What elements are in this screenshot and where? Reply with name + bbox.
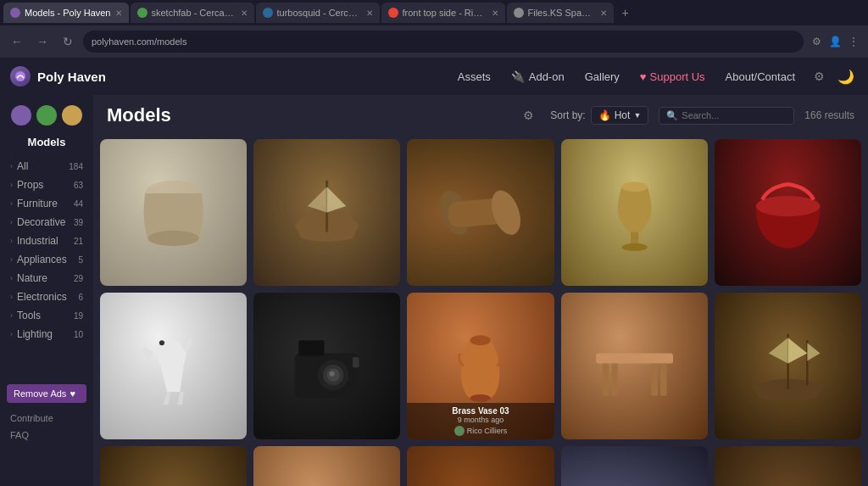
tab-turbosquid[interactable]: turbosquid - Cerca con... ✕ <box>256 3 380 23</box>
search-input[interactable] <box>682 110 783 120</box>
model-item-bowl[interactable] <box>715 139 861 286</box>
model-item-small-ship[interactable] <box>100 446 247 486</box>
tab-file[interactable]: Files.KS Spacecr... ✕ <box>507 3 614 23</box>
models-grid: Brass Vase 03 9 months ago Rico Cilliers <box>100 139 861 486</box>
addon-label: Add-on <box>529 70 565 83</box>
tab-close[interactable]: ✕ <box>600 8 607 18</box>
nav-about[interactable]: About/Contact <box>717 67 804 87</box>
model-item-cafe-table[interactable] <box>253 446 400 486</box>
contribute-link[interactable]: Contribute <box>0 410 93 427</box>
svg-rect-13 <box>298 340 324 355</box>
tab-close[interactable]: ✕ <box>241 8 248 18</box>
tab-google[interactable]: front top side - Ricerca... ✕ <box>381 3 505 23</box>
tab-close[interactable]: ✕ <box>366 8 373 18</box>
content-area: Models ⚙ Sort by: 🔥 Hot ▼ 🔍 166 results <box>93 95 868 486</box>
back-button[interactable]: ← <box>7 31 27 52</box>
sidebar-item-label: Furniture <box>17 198 58 209</box>
browser-chrome: Models - Poly Haven ✕ sketchfab - Cerca … <box>0 0 868 58</box>
theme-toggle[interactable]: 🌙 <box>834 64 858 88</box>
settings-icon[interactable]: ⚙ <box>807 64 831 88</box>
model-item-log[interactable] <box>407 139 554 286</box>
sidebar-item-tools[interactable]: › Tools 19 <box>0 306 93 325</box>
sidebar-item-label: Props <box>17 179 43 191</box>
svg-point-8 <box>621 243 647 251</box>
chevron-icon: › <box>10 293 13 301</box>
svg-rect-22 <box>602 364 609 396</box>
svg-point-19 <box>470 335 491 345</box>
model-item-barrel[interactable] <box>407 446 554 486</box>
model-item-extra[interactable] <box>715 446 861 486</box>
item-overlay: Brass Vase 03 9 months ago Rico Cilliers <box>407 403 554 439</box>
sidebar-item-lighting[interactable]: › Lighting 10 <box>0 325 93 344</box>
tab-bar: Models - Poly Haven ✕ sketchfab - Cerca … <box>0 0 868 25</box>
count-badge: 21 <box>74 237 83 246</box>
faq-link[interactable]: FAQ <box>0 427 93 444</box>
sidebar-item-label: Decorative <box>17 216 65 228</box>
model-item-camera[interactable] <box>253 293 400 439</box>
model-item-horse[interactable] <box>100 293 247 439</box>
filter-settings-icon[interactable]: ⚙ <box>516 103 540 127</box>
model-item-pot[interactable] <box>100 139 247 286</box>
forward-button[interactable]: → <box>32 31 53 52</box>
tab-close[interactable]: ✕ <box>492 8 498 18</box>
sidebar-item-electronics[interactable]: › Electronics 6 <box>0 288 93 306</box>
sidebar-item-furniture[interactable]: › Furniture 44 <box>0 194 93 213</box>
nav-gallery[interactable]: Gallery <box>576 67 628 87</box>
content-header: Models ⚙ Sort by: 🔥 Hot ▼ 🔍 166 results <box>93 95 868 136</box>
chevron-icon: › <box>10 237 13 245</box>
model-item-ship1[interactable] <box>253 139 400 286</box>
app: Poly Haven Assets 🔌 Add-on Gallery ♥ Sup… <box>0 58 868 486</box>
chevron-icon: › <box>10 218 13 226</box>
nav-support[interactable]: ♥ Support Us <box>632 67 714 87</box>
svg-point-20 <box>470 394 491 402</box>
nav-addon[interactable]: 🔌 Add-on <box>503 67 573 87</box>
logo[interactable]: Poly Haven <box>10 66 106 87</box>
model-thumbnail <box>100 293 247 439</box>
sort-dropdown[interactable]: 🔥 Hot ▼ <box>591 106 649 125</box>
model-thumbnail <box>253 293 400 439</box>
model-item-table[interactable] <box>561 293 708 439</box>
model-item-chalice[interactable] <box>561 139 708 286</box>
svg-rect-25 <box>651 364 658 396</box>
sidebar-item-props[interactable]: › Props 63 <box>0 176 93 194</box>
menu-icon[interactable]: ⋮ <box>846 34 861 49</box>
pot-3d-icon <box>122 161 225 264</box>
model-item-bookshelf[interactable] <box>561 446 708 486</box>
count-badge: 29 <box>74 274 83 283</box>
horse-3d-icon <box>122 315 225 417</box>
tab-sketchfab[interactable]: sketchfab - Cerca con... ✕ <box>131 3 254 23</box>
refresh-button[interactable]: ↻ <box>58 31 78 52</box>
sidebar-item-appliances[interactable]: › Appliances 5 <box>0 250 93 269</box>
avatar-1 <box>11 105 31 126</box>
avatar-2 <box>36 105 57 126</box>
model-thumbnail <box>561 446 708 486</box>
small-ship-3d-icon <box>122 468 225 486</box>
profile-icon[interactable]: 👤 <box>827 34 843 49</box>
sort-control: Sort by: 🔥 Hot ▼ <box>550 106 648 125</box>
nav-assets[interactable]: Assets <box>449 67 499 87</box>
search-box[interactable]: 🔍 <box>659 107 794 125</box>
model-thumbnail <box>715 139 861 286</box>
remove-ads-button[interactable]: Remove Ads ♥ <box>7 384 86 403</box>
model-thumbnail <box>561 293 708 439</box>
log-3d-icon <box>429 161 531 264</box>
tab-models[interactable]: Models - Poly Haven ✕ <box>3 3 129 23</box>
sidebar-item-industrial[interactable]: › Industrial 21 <box>0 232 93 250</box>
main-layout: Models › All 184 › Props 63 › Furniture … <box>0 95 868 486</box>
tab-close[interactable]: ✕ <box>115 8 122 18</box>
remove-ads-label: Remove Ads <box>14 388 66 399</box>
sidebar-item-decorative[interactable]: › Decorative 39 <box>0 213 93 232</box>
extensions-icon[interactable]: ⚙ <box>809 34 824 49</box>
model-thumbnail <box>407 446 554 486</box>
model-item-sailing-ship[interactable] <box>715 293 861 439</box>
sidebar-item-nature[interactable]: › Nature 29 <box>0 269 93 288</box>
model-item-vase[interactable]: Brass Vase 03 9 months ago Rico Cilliers <box>407 293 554 439</box>
address-bar[interactable]: polyhaven.com/models <box>83 31 804 53</box>
svg-point-10 <box>756 196 821 216</box>
vase-3d-icon <box>429 315 531 417</box>
new-tab-button[interactable]: + <box>615 3 636 23</box>
sidebar-item-label: Tools <box>17 310 41 321</box>
model-thumbnail <box>561 139 708 286</box>
address-text: polyhaven.com/models <box>92 36 187 47</box>
sidebar-item-all[interactable]: › All 184 <box>0 157 93 176</box>
